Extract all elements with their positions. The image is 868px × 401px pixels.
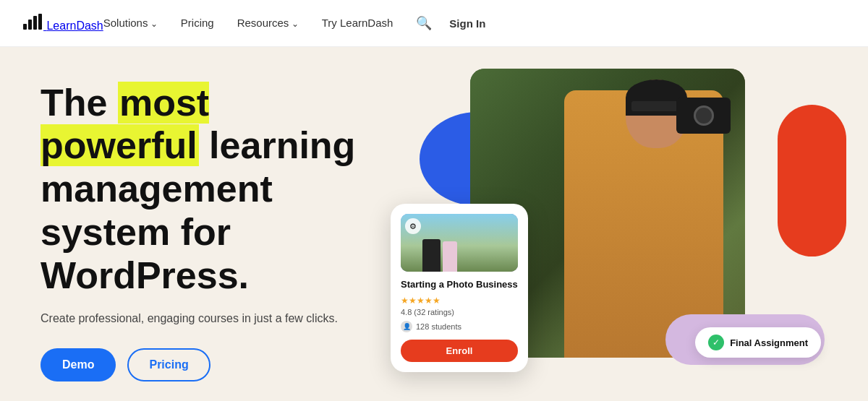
hero-right: ⚙ Starting a Photo Business ★★★★★ 4.8 (3… bbox=[376, 47, 868, 401]
nav-solutions[interactable]: Solutions bbox=[103, 17, 158, 29]
hero-subtitle: Create professional, engaging courses in… bbox=[41, 312, 376, 325]
svg-rect-0 bbox=[23, 24, 27, 30]
search-button[interactable]: 🔍 bbox=[416, 15, 432, 31]
course-settings-icon: ⚙ bbox=[405, 218, 421, 234]
course-students-row: 👤 128 students bbox=[401, 321, 518, 332]
nav-pricing[interactable]: Pricing bbox=[181, 17, 214, 29]
course-title: Starting a Photo Business bbox=[401, 279, 518, 291]
camera-prop bbox=[676, 98, 731, 134]
sign-in-button[interactable]: Sign In bbox=[449, 17, 485, 30]
hero-title: The most powerful learning management sy… bbox=[41, 82, 373, 298]
course-card: ⚙ Starting a Photo Business ★★★★★ 4.8 (3… bbox=[391, 204, 528, 372]
check-icon: ✓ bbox=[708, 335, 724, 350]
course-card-image: ⚙ bbox=[401, 214, 518, 272]
hero-section: The most powerful learning management sy… bbox=[0, 47, 868, 401]
course-rating: 4.8 (32 ratings) bbox=[401, 308, 518, 316]
nav-try-learndash[interactable]: Try LearnDash bbox=[322, 17, 393, 29]
svg-rect-1 bbox=[28, 20, 32, 30]
hero-title-before: The bbox=[41, 82, 118, 124]
nav-links: Solutions Pricing Resources Try LearnDas… bbox=[103, 17, 393, 30]
logo-icon bbox=[23, 14, 43, 30]
svg-rect-3 bbox=[38, 14, 42, 30]
search-icon: 🔍 bbox=[416, 16, 432, 30]
hero-left: The most powerful learning management sy… bbox=[0, 47, 376, 401]
demo-button[interactable]: Demo bbox=[41, 348, 116, 381]
final-assignment-badge: ✓ Final Assignment bbox=[695, 327, 821, 358]
course-stars: ★★★★★ bbox=[401, 296, 518, 306]
hero-buttons: Demo Pricing bbox=[41, 348, 376, 381]
students-icon: 👤 bbox=[401, 321, 412, 332]
svg-rect-2 bbox=[33, 16, 37, 30]
enroll-button[interactable]: Enroll bbox=[401, 340, 518, 362]
nav-right: 🔍 Sign In bbox=[416, 15, 485, 31]
nav-resources[interactable]: Resources bbox=[237, 17, 299, 29]
logo[interactable]: LearnDash bbox=[23, 14, 103, 33]
logo-text: LearnDash bbox=[46, 20, 103, 32]
pricing-button[interactable]: Pricing bbox=[127, 348, 210, 381]
course-students-count: 128 students bbox=[416, 322, 461, 331]
red-shape-decoration bbox=[778, 105, 846, 256]
navigation: LearnDash Solutions Pricing Resources Tr… bbox=[0, 0, 868, 47]
final-badge-label: Final Assignment bbox=[730, 337, 808, 348]
